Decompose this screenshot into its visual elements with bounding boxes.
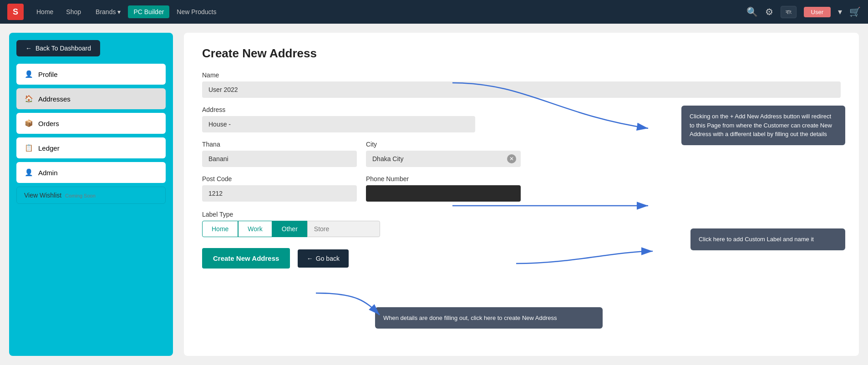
city-label: City: [366, 141, 521, 148]
thana-label: Thana: [202, 141, 357, 148]
postcode-label: Post Code: [202, 175, 357, 182]
back-to-dashboard-button[interactable]: ← Back To Dashboard: [16, 40, 100, 56]
postcode-col: Post Code: [202, 175, 357, 202]
nav-new-products[interactable]: New Products: [171, 5, 222, 18]
nav-shop[interactable]: Shop: [61, 5, 86, 18]
sidebar-item-ledger[interactable]: 📋 Ledger: [16, 137, 166, 158]
nav-icons: 🔍 ⚙ বাং User ▾ 🛒: [746, 6, 861, 18]
search-icon[interactable]: 🔍: [746, 6, 758, 17]
name-input[interactable]: [202, 81, 841, 98]
chevron-down-icon: ▾: [117, 8, 121, 15]
page-title: Create New Address: [202, 46, 841, 61]
sidebar-item-wishlist[interactable]: View Wishlist Coming Soon: [16, 187, 166, 204]
postcode-phone-row: Post Code Phone Number: [202, 175, 521, 202]
thana-city-row: Thana City ✕: [202, 141, 521, 167]
city-input[interactable]: [366, 151, 521, 167]
name-field-group: Name: [202, 71, 841, 98]
city-input-wrap: ✕: [366, 151, 521, 167]
profile-icon: 👤: [24, 69, 34, 79]
ledger-icon: 📋: [24, 143, 34, 153]
arrow-left-icon: ←: [307, 255, 313, 262]
settings-icon[interactable]: ⚙: [765, 6, 773, 17]
go-back-button[interactable]: ← Go back: [298, 249, 349, 268]
site-logo[interactable]: S: [7, 4, 24, 20]
sidebar-item-orders[interactable]: 📦 Orders: [16, 113, 166, 134]
phone-label: Phone Number: [366, 175, 521, 182]
action-buttons: Create New Address ← Go back: [202, 248, 841, 269]
name-label: Name: [202, 71, 841, 79]
thana-col: Thana: [202, 141, 357, 167]
address-input[interactable]: [202, 116, 475, 132]
nav-home[interactable]: Home: [31, 5, 59, 18]
top-navigation: S Home Shop Brands ▾ PC Builder New Prod…: [0, 0, 868, 24]
page-layout: ← Back To Dashboard 👤 Profile 🏠 Addresse…: [0, 24, 868, 365]
phone-col: Phone Number: [366, 175, 521, 202]
annotation-create: When details are done filling out, click…: [375, 307, 603, 329]
cart-icon[interactable]: 🛒: [849, 6, 861, 17]
thana-input[interactable]: [202, 151, 357, 167]
orders-icon: 📦: [24, 118, 34, 128]
nav-pc-builder[interactable]: PC Builder: [128, 5, 169, 18]
addresses-icon: 🏠: [24, 94, 34, 104]
label-store-input[interactable]: [307, 221, 380, 237]
sidebar-item-addresses[interactable]: 🏠 Addresses: [16, 88, 166, 109]
arrow-left-icon: ←: [25, 45, 32, 52]
language-selector[interactable]: বাং: [781, 6, 797, 18]
label-work-button[interactable]: Work: [238, 221, 272, 237]
label-other-button[interactable]: Other: [272, 221, 307, 237]
sidebar: ← Back To Dashboard 👤 Profile 🏠 Addresse…: [9, 33, 173, 356]
city-clear-button[interactable]: ✕: [507, 154, 516, 163]
main-content: Create New Address Name Address Thana Ci…: [184, 33, 859, 356]
label-home-button[interactable]: Home: [202, 221, 238, 237]
create-new-address-button[interactable]: Create New Address: [202, 248, 290, 269]
annotation-top-right: Clicking on the + Add New Address button…: [681, 106, 845, 145]
phone-input[interactable]: [366, 185, 521, 202]
sidebar-item-admin[interactable]: 👤 Admin: [16, 162, 166, 183]
label-type-label: Label Type: [202, 211, 841, 218]
annotation-label: Click here to add Custom Label and name …: [690, 228, 845, 250]
nav-links: Home Shop Brands ▾ PC Builder New Produc…: [31, 5, 222, 18]
user-menu[interactable]: User: [804, 7, 831, 17]
user-dropdown-icon[interactable]: ▾: [838, 7, 842, 17]
admin-icon: 👤: [24, 167, 34, 177]
city-col: City ✕: [366, 141, 521, 167]
sidebar-item-profile[interactable]: 👤 Profile: [16, 64, 166, 85]
postcode-input[interactable]: [202, 185, 357, 202]
nav-brands[interactable]: Brands ▾: [88, 5, 126, 18]
